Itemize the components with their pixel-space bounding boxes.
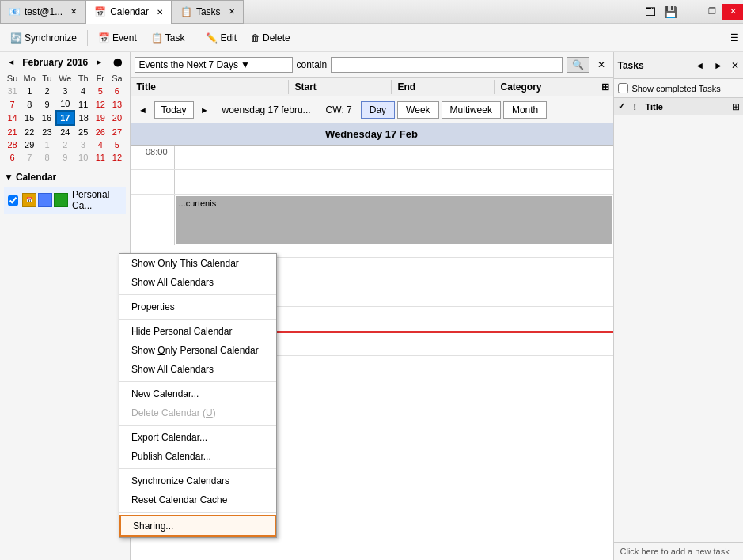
- ctx-new-calendar[interactable]: New Calendar...: [119, 384, 276, 403]
- nav-view-multiweek[interactable]: Multiweek: [442, 101, 501, 119]
- cal-day[interactable]: 3: [74, 138, 92, 151]
- filter-search-input[interactable]: [331, 57, 562, 73]
- cal-day[interactable]: 7: [4, 97, 21, 111]
- col-start[interactable]: Start: [289, 80, 392, 94]
- add-task-area[interactable]: Click here to add a new task: [614, 542, 744, 560]
- tab-email[interactable]: 📧 test@1... ✕: [0, 0, 85, 24]
- col-title[interactable]: Title: [131, 80, 289, 94]
- mini-cal-next[interactable]: ►: [92, 56, 106, 68]
- cal-day[interactable]: 5: [92, 85, 108, 97]
- cal-day[interactable]: 8: [21, 97, 38, 111]
- cal-day[interactable]: 10: [56, 97, 74, 111]
- cal-day[interactable]: 7: [21, 151, 38, 164]
- ctx-publish-calendar[interactable]: Publish Calendar...: [119, 447, 276, 466]
- cal-day[interactable]: 15: [21, 111, 38, 125]
- nav-view-week[interactable]: Week: [397, 101, 438, 119]
- col-category[interactable]: Category: [495, 80, 597, 94]
- personal-calendar-item[interactable]: 📅 Personal Ca...: [4, 187, 126, 214]
- cal-day[interactable]: 13: [108, 97, 125, 111]
- window-icon-1[interactable]: 🗔: [641, 6, 660, 18]
- tab-calendar-close[interactable]: ✕: [157, 8, 163, 17]
- mini-cal-prev[interactable]: ◄: [4, 56, 18, 68]
- nav-next-button[interactable]: ►: [196, 101, 214, 119]
- restore-button[interactable]: ❐: [702, 4, 722, 20]
- window-icon-2[interactable]: 💾: [660, 6, 681, 18]
- cal-day[interactable]: 31: [4, 85, 21, 97]
- filter-search-button[interactable]: 🔍: [567, 57, 589, 73]
- ctx-reset-cache[interactable]: Reset Calendar Cache: [119, 490, 276, 509]
- cal-day[interactable]: 16: [38, 111, 55, 125]
- cal-day[interactable]: 10: [74, 151, 92, 164]
- cal-day[interactable]: 19: [92, 111, 108, 125]
- cal-day[interactable]: 4: [74, 85, 92, 97]
- cal-day[interactable]: 11: [74, 97, 92, 111]
- event-button[interactable]: 📅 Event: [92, 29, 143, 47]
- cal-day[interactable]: 1: [21, 85, 38, 97]
- cal-day[interactable]: 26: [92, 125, 108, 138]
- nav-view-month[interactable]: Month: [503, 101, 547, 119]
- cal-day[interactable]: 14: [4, 111, 21, 125]
- cal-day[interactable]: 5: [108, 138, 125, 151]
- ctx-show-only-personal[interactable]: Show Only Personal Calendar: [119, 341, 276, 360]
- tasks-nav-next[interactable]: ►: [710, 59, 727, 73]
- time-content-0830[interactable]: [174, 170, 613, 194]
- cal-day[interactable]: 20: [108, 111, 125, 125]
- ctx-sharing[interactable]: Sharing...: [119, 515, 276, 537]
- cal-day[interactable]: 24: [56, 125, 74, 138]
- ctx-show-all-1[interactable]: Show All Calendars: [119, 273, 276, 292]
- col-end[interactable]: End: [392, 80, 495, 94]
- nav-view-day[interactable]: Day: [361, 101, 395, 119]
- cal-day[interactable]: 22: [21, 125, 38, 138]
- cal-day[interactable]: 29: [21, 138, 38, 151]
- menu-button[interactable]: ☰: [730, 32, 739, 44]
- minimize-button[interactable]: —: [681, 4, 702, 20]
- edit-button[interactable]: ✏️ Edit: [199, 29, 243, 47]
- tab-tasks-close[interactable]: ✕: [229, 7, 235, 16]
- cal-day[interactable]: 4: [92, 138, 108, 151]
- ctx-show-all-2[interactable]: Show All Calendars: [119, 360, 276, 379]
- cal-day-today[interactable]: 17: [56, 111, 74, 125]
- time-content-0800[interactable]: [174, 146, 613, 169]
- table-options-icon[interactable]: ⊞: [597, 80, 613, 94]
- cal-day[interactable]: 2: [38, 85, 55, 97]
- filter-close-button[interactable]: ✕: [593, 58, 609, 72]
- cal-day[interactable]: 2: [56, 138, 74, 151]
- cal-day[interactable]: 9: [56, 151, 74, 164]
- cal-day[interactable]: 28: [4, 138, 21, 151]
- task-button[interactable]: 📋 Task: [145, 29, 191, 47]
- cal-day[interactable]: 18: [74, 111, 92, 125]
- ctx-hide-personal[interactable]: Hide Personal Calendar: [119, 322, 276, 341]
- ctx-synchronize-calendars[interactable]: Synchronize Calendars: [119, 471, 276, 490]
- time-content-0900[interactable]: ...curtenis: [174, 195, 613, 245]
- cal-day[interactable]: 3: [56, 85, 74, 97]
- cal-day[interactable]: 11: [92, 151, 108, 164]
- cal-day[interactable]: 9: [38, 97, 55, 111]
- nav-prev-button[interactable]: ◄: [135, 101, 152, 119]
- ctx-show-only-this[interactable]: Show Only This Calendar: [119, 254, 276, 273]
- cal-day[interactable]: 12: [108, 151, 125, 164]
- tab-email-close[interactable]: ✕: [70, 7, 77, 16]
- tab-calendar[interactable]: 📅 Calendar ✕: [85, 0, 172, 24]
- collapse-icon[interactable]: ▼: [4, 172, 13, 183]
- cal-day[interactable]: 21: [4, 125, 21, 138]
- tab-tasks[interactable]: 📋 Tasks ✕: [172, 0, 244, 24]
- tasks-nav-prev[interactable]: ◄: [691, 59, 708, 73]
- cal-day[interactable]: 12: [92, 97, 108, 111]
- tasks-expand-icon[interactable]: ⊞: [729, 100, 743, 114]
- cal-day[interactable]: 1: [38, 138, 55, 151]
- filter-dropdown[interactable]: Events the Next 7 Days ▼: [135, 57, 293, 73]
- cal-day[interactable]: 6: [4, 151, 21, 164]
- ctx-properties[interactable]: Properties: [119, 297, 276, 316]
- delete-button[interactable]: 🗑 Delete: [245, 29, 297, 47]
- cal-day[interactable]: 8: [38, 151, 55, 164]
- synchronize-button[interactable]: 🔄 Synchronize: [4, 29, 83, 47]
- cal-day[interactable]: 27: [108, 125, 125, 138]
- ctx-export-calendar[interactable]: Export Calendar...: [119, 428, 276, 447]
- cal-day[interactable]: 25: [74, 125, 92, 138]
- cal-day[interactable]: 6: [108, 85, 125, 97]
- cal-day[interactable]: 23: [38, 125, 55, 138]
- personal-calendar-checkbox[interactable]: [8, 195, 18, 206]
- mini-cal-today[interactable]: ⬤: [110, 56, 125, 68]
- event-curtenis[interactable]: ...curtenis: [176, 196, 612, 244]
- tasks-close-button[interactable]: ✕: [731, 60, 739, 71]
